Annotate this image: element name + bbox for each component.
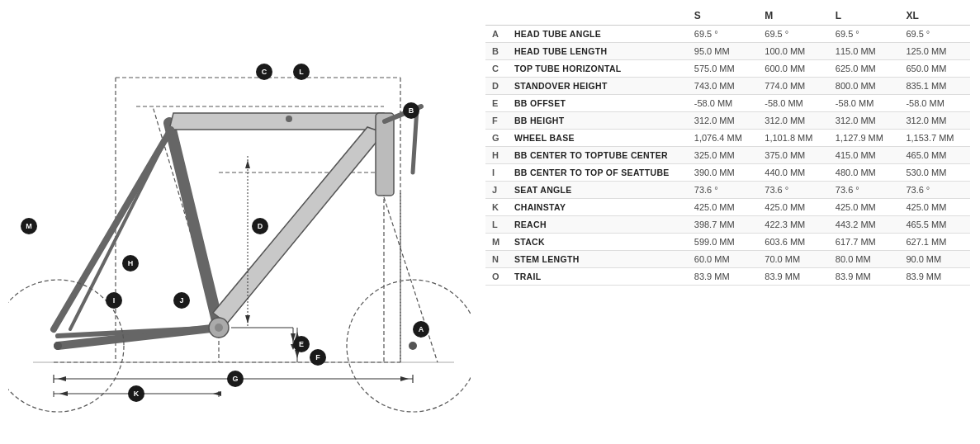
row-s: -58.0 MM (688, 95, 759, 112)
row-m: 600.0 MM (758, 60, 829, 78)
row-letter: E (485, 95, 508, 112)
row-l: 80.0 MM (829, 251, 900, 268)
table-row: B HEAD TUBE LENGTH 95.0 MM 100.0 MM 115.… (485, 43, 970, 60)
row-letter: I (485, 164, 508, 182)
svg-marker-9 (59, 391, 68, 396)
row-letter: O (485, 268, 508, 286)
row-xl: 465.0 MM (899, 147, 970, 164)
row-l: 617.7 MM (829, 234, 900, 251)
row-l: 625.0 MM (829, 60, 900, 78)
row-xl: 627.1 MM (899, 234, 970, 251)
row-xl: 1,153.7 MM (899, 130, 970, 147)
row-m: 69.5 ° (758, 26, 829, 43)
svg-text:E: E (299, 340, 304, 348)
col-letter (485, 7, 508, 26)
row-letter: B (485, 43, 508, 60)
row-m: 1,101.8 MM (758, 130, 829, 147)
svg-marker-23 (169, 113, 384, 130)
table-row: A HEAD TUBE ANGLE 69.5 ° 69.5 ° 69.5 ° 6… (485, 26, 970, 43)
table-row: L REACH 398.7 MM 422.3 MM 443.2 MM 465.5… (485, 216, 970, 234)
row-s: 398.7 MM (688, 216, 759, 234)
row-l: 800.0 MM (829, 78, 900, 95)
svg-text:D: D (258, 222, 263, 230)
svg-text:C: C (262, 68, 267, 76)
row-letter: N (485, 251, 508, 268)
row-m: 73.6 ° (758, 182, 829, 199)
svg-marker-4 (58, 376, 66, 381)
row-letter: G (485, 130, 508, 147)
row-letter: H (485, 147, 508, 164)
row-m: 422.3 MM (758, 216, 829, 234)
svg-point-34 (409, 342, 417, 350)
row-m: 100.0 MM (758, 43, 829, 60)
row-m: 312.0 MM (758, 112, 829, 130)
row-xl: 69.5 ° (899, 26, 970, 43)
row-m: 603.6 MM (758, 234, 829, 251)
row-l: 443.2 MM (829, 216, 900, 234)
row-s: 575.0 MM (688, 60, 759, 78)
row-name: TRAIL (508, 268, 688, 286)
row-s: 60.0 MM (688, 251, 759, 268)
svg-marker-5 (400, 376, 409, 381)
row-name: STANDOVER HEIGHT (508, 78, 688, 95)
row-name: STACK (508, 234, 688, 251)
row-m: 375.0 MM (758, 147, 829, 164)
row-m: 774.0 MM (758, 78, 829, 95)
table-row: K CHAINSTAY 425.0 MM 425.0 MM 425.0 MM 4… (485, 199, 970, 216)
row-letter: K (485, 199, 508, 216)
row-xl: 650.0 MM (899, 60, 970, 78)
row-name: REACH (508, 216, 688, 234)
row-name: STEM LENGTH (508, 251, 688, 268)
svg-marker-10 (213, 391, 221, 396)
svg-text:M: M (26, 222, 32, 230)
row-xl: 425.0 MM (899, 199, 970, 216)
row-letter: M (485, 234, 508, 251)
row-letter: A (485, 26, 508, 43)
row-name: TOP TUBE HORIZONTAL (508, 60, 688, 78)
row-l: 115.0 MM (829, 43, 900, 60)
table-row: D STANDOVER HEIGHT 743.0 MM 774.0 MM 800… (485, 78, 970, 95)
row-name: BB HEIGHT (508, 112, 688, 130)
bike-diagram: A B C D E F G H I J K L (8, 7, 471, 437)
row-letter: D (485, 78, 508, 95)
row-name: BB CENTER TO TOPTUBE CENTER (508, 147, 688, 164)
row-l: -58.0 MM (829, 95, 900, 112)
table-row: H BB CENTER TO TOPTUBE CENTER 325.0 MM 3… (485, 147, 970, 164)
row-s: 73.6 ° (688, 182, 759, 199)
table-row: M STACK 599.0 MM 603.6 MM 617.7 MM 627.1… (485, 234, 970, 251)
row-s: 599.0 MM (688, 234, 759, 251)
row-m: 70.0 MM (758, 251, 829, 268)
row-s: 312.0 MM (688, 112, 759, 130)
row-xl: -58.0 MM (899, 95, 970, 112)
svg-point-31 (215, 324, 223, 332)
row-xl: 530.0 MM (899, 164, 970, 182)
svg-marker-47 (245, 160, 250, 168)
row-l: 425.0 MM (829, 199, 900, 216)
svg-marker-48 (245, 315, 250, 324)
row-letter: C (485, 60, 508, 78)
diagram-panel: A B C D E F G H I J K L (0, 0, 479, 444)
table-row: O TRAIL 83.9 MM 83.9 MM 83.9 MM 83.9 MM (485, 268, 970, 286)
row-s: 390.0 MM (688, 164, 759, 182)
col-m: M (758, 7, 829, 26)
row-xl: 465.5 MM (899, 216, 970, 234)
svg-point-36 (286, 116, 292, 122)
table-row: F BB HEIGHT 312.0 MM 312.0 MM 312.0 MM 3… (485, 112, 970, 130)
col-xl: XL (899, 7, 970, 26)
row-m: -58.0 MM (758, 95, 829, 112)
svg-line-21 (384, 197, 438, 362)
row-xl: 312.0 MM (899, 112, 970, 130)
svg-point-35 (54, 342, 62, 350)
row-l: 1,127.9 MM (829, 130, 900, 147)
row-s: 325.0 MM (688, 147, 759, 164)
row-name: BB CENTER TO TOP OF SEATTUBE (508, 164, 688, 182)
row-xl: 83.9 MM (899, 268, 970, 286)
row-s: 69.5 ° (688, 26, 759, 43)
row-m: 83.9 MM (758, 268, 829, 286)
svg-text:G: G (232, 375, 238, 383)
row-name: HEAD TUBE LENGTH (508, 43, 688, 60)
row-name: HEAD TUBE ANGLE (508, 26, 688, 43)
svg-rect-29 (376, 113, 394, 196)
svg-text:H: H (128, 259, 134, 267)
row-letter: J (485, 182, 508, 199)
